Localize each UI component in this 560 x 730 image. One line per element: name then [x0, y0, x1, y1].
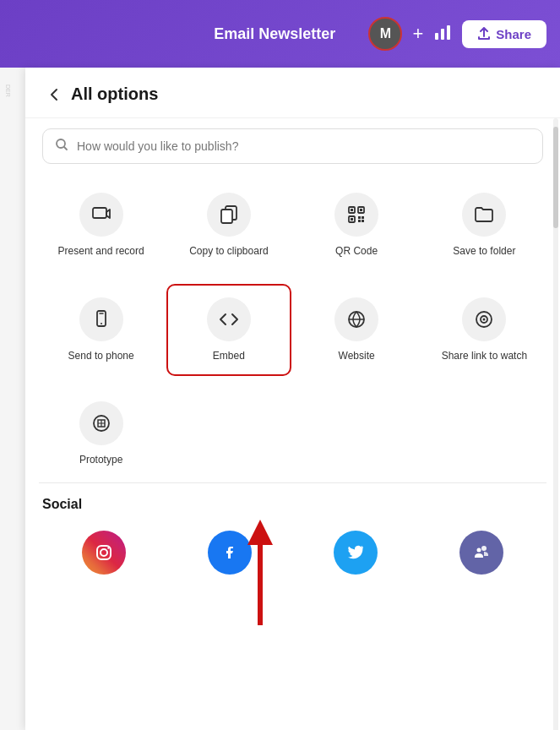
search-box [42, 128, 543, 164]
copy-clipboard-icon [207, 193, 251, 237]
instagram-icon [82, 531, 126, 575]
svg-rect-0 [435, 33, 438, 40]
facebook-icon [208, 531, 252, 575]
options-row-3: Prototype [25, 383, 560, 479]
document-title: Email Newsletter [191, 25, 358, 43]
back-arrow-icon [46, 86, 63, 103]
option-prototype[interactable]: Prototype [39, 390, 163, 479]
website-icon [334, 297, 378, 341]
copy-clipboard-label: Copy to clipboard [189, 245, 268, 259]
twitter-icon [334, 531, 378, 575]
save-folder-label: Save to folder [453, 245, 515, 259]
svg-point-27 [107, 547, 109, 548]
svg-rect-6 [221, 210, 232, 223]
option-embed[interactable]: Embed [166, 284, 291, 377]
option-send-phone[interactable]: Send to phone [39, 284, 163, 377]
teams-icon [459, 531, 503, 575]
qr-code-label: QR Code [335, 245, 378, 259]
social-title: Social [42, 497, 543, 512]
share-button[interactable]: Share [462, 20, 546, 48]
embed-icon [207, 297, 251, 341]
svg-point-18 [101, 323, 102, 324]
svg-rect-14 [362, 216, 364, 219]
svg-rect-12 [351, 218, 353, 221]
svg-rect-4 [93, 208, 106, 218]
analytics-button[interactable] [433, 23, 452, 46]
back-button[interactable] [46, 86, 63, 103]
scrollbar-thumb[interactable] [553, 127, 558, 228]
social-section: Social [25, 487, 560, 590]
user-avatar[interactable]: M [368, 17, 402, 51]
option-save-folder[interactable]: Save to folder [422, 181, 546, 270]
svg-point-29 [477, 548, 481, 552]
send-phone-icon [79, 297, 123, 341]
prototype-icon [79, 401, 123, 445]
prototype-label: Prototype [79, 454, 122, 467]
options-row-1: Present and record Copy to clipboard [25, 174, 560, 277]
share-icon [477, 27, 491, 41]
save-folder-icon [462, 193, 506, 237]
svg-rect-1 [441, 29, 444, 40]
analytics-icon [433, 23, 452, 41]
social-instagram[interactable] [42, 522, 165, 583]
svg-point-23 [483, 318, 486, 320]
social-grid [42, 522, 543, 583]
option-qr-code[interactable]: QR Code [295, 181, 419, 270]
website-label: Website [339, 350, 375, 363]
social-teams[interactable] [421, 522, 543, 583]
svg-rect-10 [360, 209, 362, 211]
search-input[interactable] [77, 139, 530, 153]
option-website[interactable]: Website [295, 284, 419, 377]
svg-point-28 [481, 546, 487, 551]
embed-label: Embed [213, 350, 245, 363]
search-container [25, 118, 560, 174]
share-label: Share [496, 27, 531, 41]
share-watch-label: Share link to watch [442, 350, 527, 363]
social-twitter[interactable] [295, 522, 417, 583]
add-button[interactable]: + [412, 23, 423, 45]
main-area: DER All options [0, 68, 560, 730]
option-copy-clipboard[interactable]: Copy to clipboard [166, 181, 291, 270]
panel-header: All options [25, 68, 560, 118]
present-record-label: Present and record [58, 245, 144, 259]
options-row-2: Send to phone Embed [25, 277, 560, 384]
send-phone-label: Send to phone [68, 350, 134, 363]
social-facebook[interactable] [168, 522, 291, 583]
share-watch-icon [462, 297, 506, 341]
qr-code-icon [334, 193, 378, 237]
publish-panel: All options [25, 68, 560, 730]
svg-rect-8 [351, 209, 353, 211]
panel-title: All options [71, 84, 158, 104]
section-divider [39, 482, 546, 483]
present-record-icon [79, 193, 123, 237]
option-present-record[interactable]: Present and record [39, 181, 163, 270]
design-preview: DER [0, 68, 25, 730]
svg-rect-2 [447, 25, 450, 40]
option-share-watch[interactable]: Share link to watch [422, 284, 546, 377]
svg-rect-16 [362, 220, 364, 222]
scrollbar[interactable] [553, 118, 558, 730]
svg-rect-13 [358, 216, 361, 219]
svg-rect-15 [358, 220, 361, 222]
topbar: Email Newsletter M + Share [0, 0, 560, 68]
svg-point-26 [101, 549, 107, 556]
search-icon [55, 138, 68, 155]
